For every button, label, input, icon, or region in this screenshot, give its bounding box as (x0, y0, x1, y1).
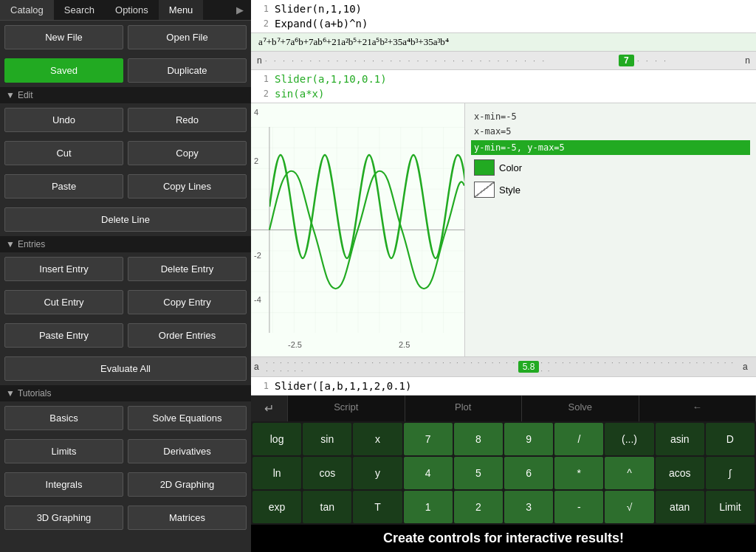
solve-equations-button[interactable]: Solve Equations (128, 406, 247, 430)
key-9[interactable]: 9 (504, 423, 553, 455)
undo-button[interactable]: Undo (4, 108, 123, 132)
entry2-slider[interactable]: a · · · · · · · · · · · · · · · · · · · … (251, 357, 756, 377)
slider1-value[interactable]: 7 (619, 55, 634, 66)
key-8[interactable]: 8 (454, 423, 503, 455)
cut-entry-button[interactable]: Cut Entry (4, 290, 123, 314)
entries-row4: Evaluate All (0, 352, 251, 385)
key-T[interactable]: T (353, 491, 402, 523)
keyboard-rows: log sin x 7 8 9 / (...) asin D ln cos y … (251, 421, 756, 525)
enter-key[interactable]: ↵ (251, 396, 288, 421)
config-xmin: x-min=-5 (471, 109, 750, 124)
integrals-button[interactable]: Integrals (4, 472, 123, 497)
key-divide[interactable]: / (554, 423, 603, 455)
entries-row2: Cut Entry Copy Entry (0, 286, 251, 319)
key-minus[interactable]: - (554, 491, 603, 523)
key-4[interactable]: 4 (404, 457, 453, 489)
slider1-dots-left: · · · · · · · · · · · · · · · · · · · · … (265, 56, 616, 65)
2d-graphing-button[interactable]: 2D Graphing (128, 472, 247, 497)
delete-line-button[interactable]: Delete Line (4, 207, 247, 232)
edit-row1: Undo Redo (0, 103, 251, 137)
key-acos[interactable]: acos (656, 457, 704, 489)
delete-entry-button[interactable]: Delete Entry (128, 257, 247, 281)
kb-tab-script[interactable]: Script (288, 396, 405, 421)
menu-menu[interactable]: Menu (159, 0, 204, 20)
slider2-dots-left: · · · · · · · · · · · · · · · · · · · · … (266, 359, 517, 375)
entry2-code1: Slider(a,1,10,0.1) (275, 73, 387, 85)
evaluate-all-button[interactable]: Evaluate All (4, 356, 247, 381)
entry1-line2: 2 Expand((a+b)^n) (251, 16, 756, 31)
key-asin[interactable]: asin (656, 423, 704, 455)
entry2-container: 1 Slider(a,1,10,0.1) 2 sin(a*x) 4 2 -2 -… (251, 70, 756, 396)
graph-area: 4 2 -2 -4 -2.5 2.5 (251, 103, 756, 357)
key-limit[interactable]: Limit (706, 491, 755, 523)
tutorials-row1: Basics Solve Equations (0, 401, 251, 435)
insert-entry-button[interactable]: Insert Entry (4, 257, 123, 281)
copy-button[interactable]: Copy (128, 141, 247, 165)
key-D[interactable]: D (706, 423, 755, 455)
menu-arrow-icon: ▶ (229, 0, 251, 20)
key-paren[interactable]: (...) (605, 423, 653, 455)
kb-tab-plot[interactable]: Plot (405, 396, 523, 421)
key-3[interactable]: 3 (504, 491, 553, 523)
style-swatch[interactable] (474, 182, 495, 198)
menu-search[interactable]: Search (54, 0, 105, 20)
key-log[interactable]: log (252, 423, 301, 455)
main-panel: 1 Slider(n,1,10) 2 Expand((a+b)^n) a⁷+b⁷… (251, 0, 756, 552)
entry1-code2: Expand((a+b)^n) (275, 18, 368, 30)
duplicate-button[interactable]: Duplicate (128, 58, 247, 83)
tutorials-chevron: ▼ (6, 388, 15, 399)
key-tan[interactable]: tan (303, 491, 351, 523)
cut-button[interactable]: Cut (4, 141, 123, 165)
tutorials-section-header: ▼ Tutorials (0, 385, 251, 401)
limits-button[interactable]: Limits (4, 439, 123, 463)
open-file-button[interactable]: Open File (128, 25, 247, 49)
redo-button[interactable]: Redo (128, 108, 247, 132)
kb-tab-solve[interactable]: Solve (522, 396, 639, 421)
basics-button[interactable]: Basics (4, 406, 123, 430)
key-caret[interactable]: ^ (605, 457, 653, 489)
key-2[interactable]: 2 (454, 491, 503, 523)
order-entries-button[interactable]: Order Entries (128, 323, 247, 348)
config-xmax: x-max=5 (471, 124, 750, 139)
key-exp[interactable]: exp (252, 491, 301, 523)
entry3-code: Slider([a,b,1,1,2,0.1) (275, 380, 411, 392)
menu-catalog[interactable]: Catalog (0, 0, 54, 20)
key-sqrt[interactable]: √ (605, 491, 653, 523)
paste-entry-button[interactable]: Paste Entry (4, 323, 123, 348)
key-ln[interactable]: ln (252, 457, 301, 489)
derivatives-button[interactable]: Derivatives (128, 439, 247, 463)
key-cos[interactable]: cos (303, 457, 351, 489)
key-7[interactable]: 7 (404, 423, 453, 455)
tutorials-row3: Integrals 2D Graphing (0, 468, 251, 501)
entries-chevron: ▼ (6, 239, 15, 249)
copy-lines-button[interactable]: Copy Lines (128, 174, 247, 199)
kb-row2: ln cos y 4 5 6 * ^ acos ∫ (252, 457, 755, 489)
matrices-button[interactable]: Matrices (128, 506, 247, 530)
key-x[interactable]: x (353, 423, 402, 455)
color-label: Color (499, 162, 522, 173)
key-integral[interactable]: ∫ (706, 457, 755, 489)
config-yminmax[interactable]: y-min=-5, y-max=5 (471, 140, 750, 155)
slider2-value[interactable]: 5.8 (518, 361, 540, 373)
saved-button[interactable]: Saved (4, 58, 123, 83)
entry1-slider[interactable]: n · · · · · · · · · · · · · · · · · · · … (251, 52, 756, 70)
key-atan[interactable]: atan (656, 491, 704, 523)
menu-options[interactable]: Options (105, 0, 159, 20)
edit-chevron: ▼ (6, 90, 15, 100)
key-5[interactable]: 5 (454, 457, 503, 489)
3d-graphing-button[interactable]: 3D Graphing (4, 506, 123, 530)
new-file-button[interactable]: New File (4, 25, 123, 49)
key-1[interactable]: 1 (404, 491, 453, 523)
entry1-result: a⁷+b⁷+7a⁶b+7ab⁶+21a²b⁵+21a⁵b²+35a⁴b³+35a… (251, 33, 756, 52)
paste-button[interactable]: Paste (4, 174, 123, 199)
color-swatch[interactable] (474, 159, 495, 176)
entry3-block: 1 Slider([a,b,1,1,2,0.1) (251, 377, 756, 396)
key-6[interactable]: 6 (504, 457, 553, 489)
kb-tab-back[interactable]: ← (639, 396, 757, 421)
copy-entry-button[interactable]: Copy Entry (128, 290, 247, 314)
edit-row2: Cut Copy (0, 137, 251, 170)
key-sin[interactable]: sin (303, 423, 351, 455)
key-multiply[interactable]: * (554, 457, 603, 489)
config-style-row: Style (471, 179, 750, 201)
key-y[interactable]: y (353, 457, 402, 489)
